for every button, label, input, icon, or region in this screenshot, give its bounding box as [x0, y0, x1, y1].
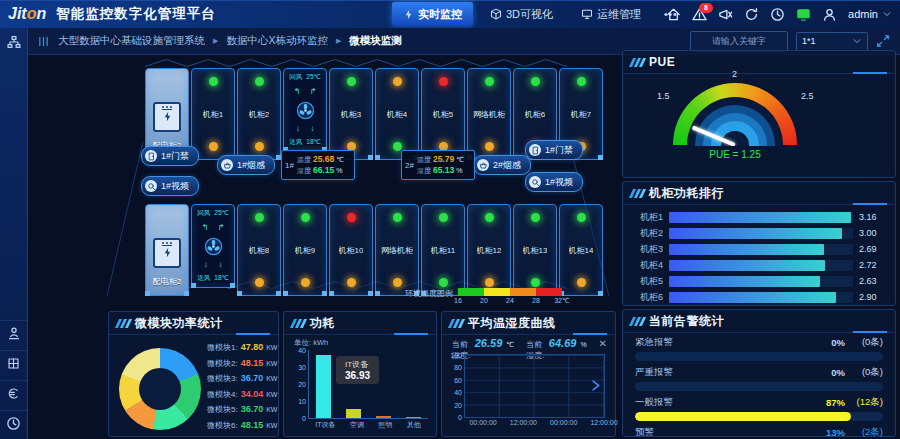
panel-title: 当前告警统计: [649, 313, 724, 330]
history-icon[interactable]: [0, 410, 27, 435]
air-conditioner-unit[interactable]: 回风25℃↰↱↓↓送风18℃: [191, 204, 235, 288]
alarm-group: 严重报警0%(0条): [623, 363, 895, 393]
module-power-row: 微模块2:48.15KW: [207, 358, 277, 374]
power-cabinet[interactable]: 配电柜2: [145, 204, 189, 296]
temp-humidity-sensor-1[interactable]: 1# 温度 25.68 ℃ 湿度 66.15 %: [281, 150, 355, 180]
toolbar-right: 1*1: [690, 31, 890, 52]
module-value: 34.04: [241, 389, 264, 399]
cabinet-label: 机柜11: [431, 245, 455, 256]
breadcrumb-separator: ▶: [213, 37, 218, 45]
cabinet-网络机柜[interactable]: 网络机柜: [375, 204, 419, 296]
next-arrow-icon[interactable]: [589, 379, 602, 392]
y-tick: 20: [298, 381, 306, 388]
cabinet-机柜1[interactable]: 机柜1: [191, 68, 235, 160]
home-icon[interactable]: [666, 7, 681, 22]
rank-bar: [669, 212, 851, 223]
status-light-top-red: [347, 213, 356, 222]
y-tick: 30: [298, 364, 306, 371]
cabinet-机柜12[interactable]: 机柜12: [467, 204, 511, 296]
power-distribution-icon: [153, 238, 181, 268]
cabinet-label: 机柜9: [295, 245, 315, 256]
search-input[interactable]: [690, 31, 788, 52]
alarm-row: 严重报警0%(0条): [635, 366, 883, 379]
refresh-icon[interactable]: [744, 7, 759, 22]
user-menu[interactable]: admin: [848, 8, 892, 20]
bolt-icon: [403, 9, 414, 20]
cabinet-机柜14[interactable]: 机柜14: [559, 204, 603, 296]
video-1-left-button[interactable]: 1#视频: [141, 176, 199, 196]
video-1-right-button[interactable]: 1#视频: [525, 172, 583, 192]
bar: [346, 409, 361, 418]
panel-deco-icon: [631, 58, 644, 67]
rank-value: 3.16: [859, 212, 885, 222]
clock-icon[interactable]: [770, 7, 785, 22]
cabinet-网络机柜[interactable]: 网络机柜: [467, 68, 511, 160]
temp-humidity-sensor-2[interactable]: 2# 温度 25.79 ℃ 湿度 65.13 %: [401, 150, 475, 180]
currency-icon[interactable]: [0, 380, 27, 405]
alarm-group: 预警13%(2条): [623, 423, 895, 439]
alarm-icon[interactable]: 8: [692, 7, 707, 22]
nav-tab-2[interactable]: 3D可视化: [479, 2, 564, 26]
fullscreen-icon[interactable]: [876, 34, 890, 48]
door-access-1-left-button[interactable]: 1#门禁: [141, 146, 199, 166]
cabinet-机柜9[interactable]: 机柜9: [283, 204, 327, 296]
rank-label: 机柜2: [633, 227, 663, 240]
grid-icon[interactable]: [0, 350, 27, 375]
screen-icon[interactable]: [796, 7, 811, 22]
rank-value: 2.90: [859, 292, 885, 302]
supply-air-temp: 18℃: [214, 274, 229, 283]
avg-temp-humidity-panel: 平均温湿度曲线 当前温度: 26.59 ℃ 当前湿度: 64.69 % ✕ 10…: [441, 311, 616, 437]
energy-bar-照明: [376, 416, 391, 418]
user-icon[interactable]: [822, 7, 837, 22]
module-power-row: 微模块6:48.15KW: [207, 420, 277, 436]
nav-tab-3[interactable]: 运维管理: [570, 2, 652, 26]
fan-icon: [204, 237, 223, 256]
return-air-row: 回风25℃: [285, 73, 325, 82]
cabinet-机柜5[interactable]: 机柜5: [421, 68, 465, 160]
cabinet-机柜4[interactable]: 机柜4: [375, 68, 419, 160]
close-icon[interactable]: ✕: [599, 338, 607, 349]
status-light-bottom-yellow: [255, 142, 264, 151]
collapse-menu-icon[interactable]: [37, 35, 50, 48]
status-light-top-green: [485, 213, 494, 222]
panel-deco-icon: [631, 189, 644, 198]
nav-tab-1[interactable]: 实时监控: [392, 2, 473, 26]
status-light-bottom-green: [439, 278, 448, 287]
breadcrumb-item-1[interactable]: 大型数据中心基础设施管理系统: [58, 34, 205, 48]
supply-air-label: 送风: [197, 274, 210, 283]
rank-list: 机柜13.16机柜23.00机柜32.69机柜42.72机柜52.63机柜62.…: [623, 205, 895, 305]
breadcrumb-item-2[interactable]: 数据中心X栋动环监控: [226, 34, 328, 48]
user-location-icon[interactable]: [0, 320, 27, 345]
breadcrumb-item-3[interactable]: 微模块监测: [349, 34, 402, 48]
smoke-detector-2-button[interactable]: 2#烟感: [473, 155, 531, 175]
return-air-arrows: ↰↱: [285, 88, 325, 95]
pill-label: 1#烟感: [237, 159, 265, 172]
layout-select[interactable]: 1*1: [796, 32, 868, 51]
module-power-row: 微模块3:36.70KW: [207, 373, 277, 389]
cabinet-机柜13[interactable]: 机柜13: [513, 204, 557, 296]
module-value: 47.80: [241, 342, 264, 352]
cabinet-机柜8[interactable]: 机柜8: [237, 204, 281, 296]
door-access-1-right-button[interactable]: 1#门禁: [525, 140, 583, 160]
module-value: 36.70: [241, 404, 264, 414]
sitemap-icon[interactable]: [0, 30, 27, 54]
status-light-top-green: [577, 77, 586, 86]
panel-title: 微模块功率统计: [135, 315, 223, 332]
cabinet-label: 机柜14: [569, 245, 594, 256]
cabinet-机柜3[interactable]: 机柜3: [329, 68, 373, 160]
cabinet-机柜2[interactable]: 机柜2: [237, 68, 281, 160]
cabinet-label: 网络机柜: [381, 245, 413, 256]
panel-title: 功耗: [310, 315, 335, 332]
cabinet-机柜11[interactable]: 机柜11: [421, 204, 465, 296]
supply-air-label: 送风: [289, 138, 302, 147]
air-conditioner-unit[interactable]: 回风25℃↰↱↓↓送风18℃: [283, 68, 327, 152]
status-light-top-green: [531, 77, 540, 86]
rank-label: 机柜6: [633, 291, 663, 304]
mute-icon[interactable]: [718, 7, 733, 22]
status-light-bottom-yellow: [347, 278, 356, 287]
cabinet-机柜10[interactable]: 机柜10: [329, 204, 373, 296]
module-unit: KW: [266, 422, 277, 429]
module-label: 微模块5:: [207, 404, 238, 415]
temp-label: 温度: [417, 154, 431, 165]
smoke-detector-1-button[interactable]: 1#烟感: [217, 155, 275, 175]
